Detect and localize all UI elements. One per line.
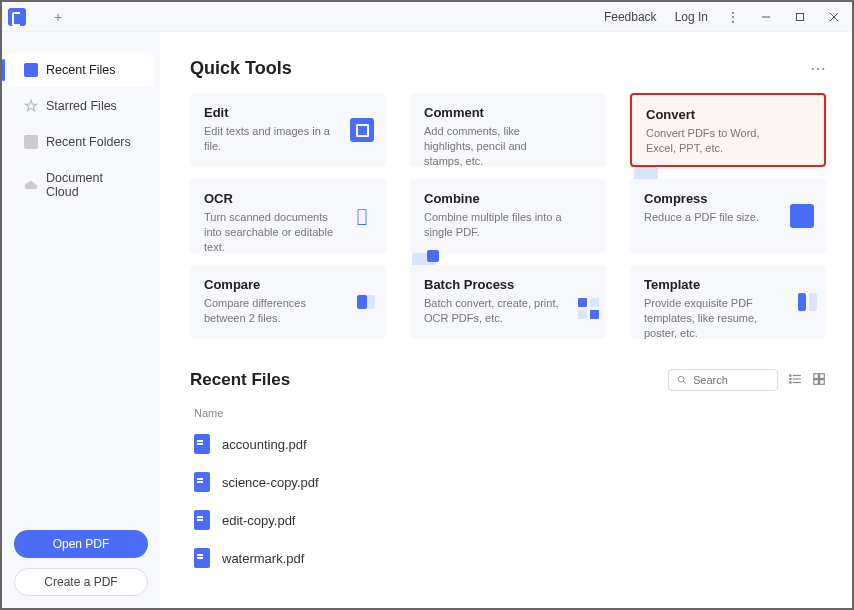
tool-title: Batch Process xyxy=(424,277,592,292)
file-row[interactable]: science-copy.pdf xyxy=(190,463,826,501)
feedback-link[interactable]: Feedback xyxy=(600,8,661,26)
more-menu-icon[interactable]: ⋮ xyxy=(722,9,744,25)
svg-rect-6 xyxy=(789,374,791,376)
template-icon xyxy=(790,290,814,314)
tool-card-edit[interactable]: Edit Edit texts and images in a file. xyxy=(190,93,386,167)
quick-tools-grid: Edit Edit texts and images in a file. Co… xyxy=(190,93,826,339)
sidebar-item-recent-folders[interactable]: Recent Folders xyxy=(8,125,154,159)
svg-rect-9 xyxy=(793,378,801,379)
quick-tools-heading: Quick Tools xyxy=(190,58,292,79)
svg-rect-1 xyxy=(797,13,804,20)
file-row[interactable]: accounting.pdf xyxy=(190,425,826,463)
svg-rect-10 xyxy=(789,381,791,383)
tool-card-template[interactable]: Template Provide exquisite PDF templates… xyxy=(630,265,826,339)
svg-rect-15 xyxy=(820,379,825,384)
search-input[interactable] xyxy=(693,374,769,386)
search-box[interactable] xyxy=(668,369,778,391)
app-logo-icon xyxy=(8,8,26,26)
svg-line-5 xyxy=(683,381,685,383)
grid-view-icon[interactable] xyxy=(812,372,826,389)
open-pdf-button[interactable]: Open PDF xyxy=(14,530,148,558)
title-bar: + Feedback Log In ⋮ xyxy=(2,2,852,32)
pdf-file-icon xyxy=(194,434,210,454)
recent-files-heading: Recent Files xyxy=(190,370,290,390)
close-button[interactable] xyxy=(822,5,846,29)
titlebar-left: + xyxy=(8,8,66,26)
tool-title: Edit xyxy=(204,105,372,120)
file-row[interactable]: watermark.pdf xyxy=(190,539,826,577)
tool-title: Template xyxy=(644,277,812,292)
sidebar-label: Recent Folders xyxy=(46,135,131,149)
file-name: accounting.pdf xyxy=(222,437,307,452)
tool-card-ocr[interactable]: OCR Turn scanned documents into searchab… xyxy=(190,179,386,253)
tool-card-convert[interactable]: Convert Convert PDFs to Word, Excel, PPT… xyxy=(630,93,826,167)
tool-card-combine[interactable]: Combine Combine multiple files into a si… xyxy=(410,179,606,253)
pdf-file-icon xyxy=(194,548,210,568)
file-icon xyxy=(24,63,38,77)
tool-desc: Turn scanned documents into searchable o… xyxy=(204,210,372,255)
star-icon xyxy=(24,99,38,113)
sidebar-label: Document Cloud xyxy=(46,171,138,199)
tool-desc: Compare differences between 2 files. xyxy=(204,296,372,326)
cloud-icon xyxy=(24,178,38,192)
file-row[interactable]: edit-copy.pdf xyxy=(190,501,826,539)
pdf-file-icon xyxy=(194,472,210,492)
tool-desc: Batch convert, create, print, OCR PDFs, … xyxy=(424,296,592,326)
svg-point-4 xyxy=(678,376,684,382)
tool-desc: Reduce a PDF file size. xyxy=(644,210,812,225)
quick-tools-more-icon[interactable]: ⋯ xyxy=(810,59,826,78)
minimize-button[interactable] xyxy=(754,5,778,29)
login-link[interactable]: Log In xyxy=(671,8,712,26)
file-name: watermark.pdf xyxy=(222,551,304,566)
column-header-name: Name xyxy=(190,401,826,425)
sidebar-item-recent-files[interactable]: Recent Files xyxy=(8,53,154,87)
svg-rect-8 xyxy=(789,377,791,379)
tool-title: Compare xyxy=(204,277,372,292)
svg-rect-12 xyxy=(814,373,819,378)
ocr-icon xyxy=(350,204,374,228)
tool-card-compare[interactable]: Compare Compare differences between 2 fi… xyxy=(190,265,386,339)
recent-files-header: Recent Files xyxy=(190,369,826,391)
tool-desc: Add comments, like highlights, pencil an… xyxy=(424,124,592,169)
maximize-button[interactable] xyxy=(788,5,812,29)
list-view-icon[interactable] xyxy=(788,372,802,389)
tool-title: OCR xyxy=(204,191,372,206)
compare-icon xyxy=(350,290,374,314)
titlebar-right: Feedback Log In ⋮ xyxy=(600,5,846,29)
sidebar-label: Recent Files xyxy=(46,63,115,77)
tool-desc: Provide exquisite PDF templates, like re… xyxy=(644,296,812,341)
file-name: science-copy.pdf xyxy=(222,475,319,490)
tool-title: Comment xyxy=(424,105,592,120)
sidebar-item-document-cloud[interactable]: Document Cloud xyxy=(8,161,154,209)
recent-files-tools xyxy=(668,369,826,391)
tool-desc: Convert PDFs to Word, Excel, PPT, etc. xyxy=(646,126,810,156)
batch-icon xyxy=(570,290,594,314)
pdf-file-icon xyxy=(194,510,210,530)
sidebar-label: Starred Files xyxy=(46,99,117,113)
tool-card-batch-process[interactable]: Batch Process Batch convert, create, pri… xyxy=(410,265,606,339)
svg-rect-7 xyxy=(793,374,801,375)
tool-card-compress[interactable]: Compress Reduce a PDF file size. xyxy=(630,179,826,253)
quick-tools-header: Quick Tools ⋯ xyxy=(190,58,826,79)
folder-icon xyxy=(24,135,38,149)
tool-desc: Combine multiple files into a single PDF… xyxy=(424,210,592,240)
svg-rect-11 xyxy=(793,381,801,382)
content-area: Quick Tools ⋯ Edit Edit texts and images… xyxy=(160,32,852,608)
edit-icon xyxy=(350,118,374,142)
svg-rect-13 xyxy=(820,373,825,378)
tool-title: Compress xyxy=(644,191,812,206)
tool-desc: Edit texts and images in a file. xyxy=(204,124,372,154)
new-tab-button[interactable]: + xyxy=(50,9,66,25)
file-name: edit-copy.pdf xyxy=(222,513,295,528)
sidebar: Recent Files Starred Files Recent Folder… xyxy=(2,32,160,608)
tool-card-comment[interactable]: Comment Add comments, like highlights, p… xyxy=(410,93,606,167)
main-area: Recent Files Starred Files Recent Folder… xyxy=(2,32,852,608)
tool-title: Combine xyxy=(424,191,592,206)
sidebar-footer: Open PDF Create a PDF xyxy=(2,518,160,608)
create-pdf-button[interactable]: Create a PDF xyxy=(14,568,148,596)
tool-title: Convert xyxy=(646,107,810,122)
sidebar-item-starred-files[interactable]: Starred Files xyxy=(8,89,154,123)
compress-icon xyxy=(790,204,814,228)
search-icon xyxy=(677,374,687,386)
svg-rect-14 xyxy=(814,379,819,384)
